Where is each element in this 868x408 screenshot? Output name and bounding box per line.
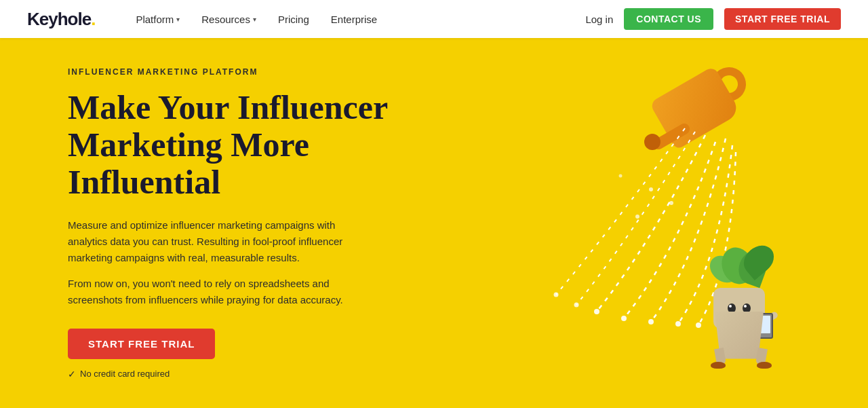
- hero-illustration: [502, 67, 827, 379]
- no-credit-card-notice: ✓ No credit card required: [68, 369, 434, 379]
- logo-text: Keyhole: [27, 9, 91, 29]
- hero-title: Make Your Influencer Marketing More Infl…: [68, 89, 434, 201]
- nav-pricing[interactable]: Pricing: [278, 14, 309, 25]
- svg-point-8: [669, 201, 673, 205]
- nav-enterprise[interactable]: Enterprise: [331, 14, 377, 25]
- hero-description-1: Measure and optimize influencer marketin…: [68, 217, 366, 266]
- svg-point-10: [619, 174, 623, 177]
- start-free-trial-nav-button[interactable]: START FREE TRIAL: [724, 8, 841, 30]
- svg-point-2: [648, 319, 654, 324]
- svg-point-3: [675, 321, 681, 327]
- hero-subtitle: INFLUENCER MARKETING PLATFORM: [68, 67, 434, 77]
- hero-content: INFLUENCER MARKETING PLATFORM Make Your …: [68, 67, 434, 379]
- login-button[interactable]: Log in: [585, 14, 613, 25]
- svg-point-6: [554, 292, 559, 297]
- checkmark-icon: ✓: [68, 369, 76, 379]
- svg-point-7: [649, 187, 653, 191]
- plant-shoe-right: [757, 362, 772, 369]
- nav-links: Platform ▾ Resources ▾ Pricing Enterpris…: [136, 14, 585, 25]
- plant-eye-left: [728, 303, 736, 313]
- plant-character: [692, 244, 787, 359]
- chevron-down-icon: ▾: [176, 16, 180, 23]
- logo-dot: .: [91, 9, 95, 29]
- svg-point-5: [574, 302, 579, 307]
- nav-actions: Log in CONTACT US START FREE TRIAL: [585, 8, 841, 30]
- chevron-down-icon: ▾: [253, 16, 256, 23]
- plant-leaves: [698, 240, 780, 295]
- plant-eye-right: [743, 303, 751, 313]
- navbar: Keyhole. Platform ▾ Resources ▾ Pricing …: [0, 0, 868, 38]
- start-free-trial-hero-button[interactable]: START FREE TRIAL: [68, 329, 215, 359]
- svg-point-1: [621, 316, 627, 321]
- hero-section: INFLUENCER MARKETING PLATFORM Make Your …: [0, 38, 868, 408]
- nav-resources[interactable]: Resources ▾: [201, 14, 256, 25]
- plant-shoe-left: [711, 362, 726, 369]
- svg-point-0: [594, 309, 599, 314]
- logo[interactable]: Keyhole.: [27, 9, 95, 30]
- hero-description-2: From now on, you won't need to rely on s…: [68, 276, 366, 308]
- contact-us-button[interactable]: CONTACT US: [624, 8, 713, 30]
- nav-platform[interactable]: Platform ▾: [136, 14, 180, 25]
- svg-point-9: [635, 215, 639, 219]
